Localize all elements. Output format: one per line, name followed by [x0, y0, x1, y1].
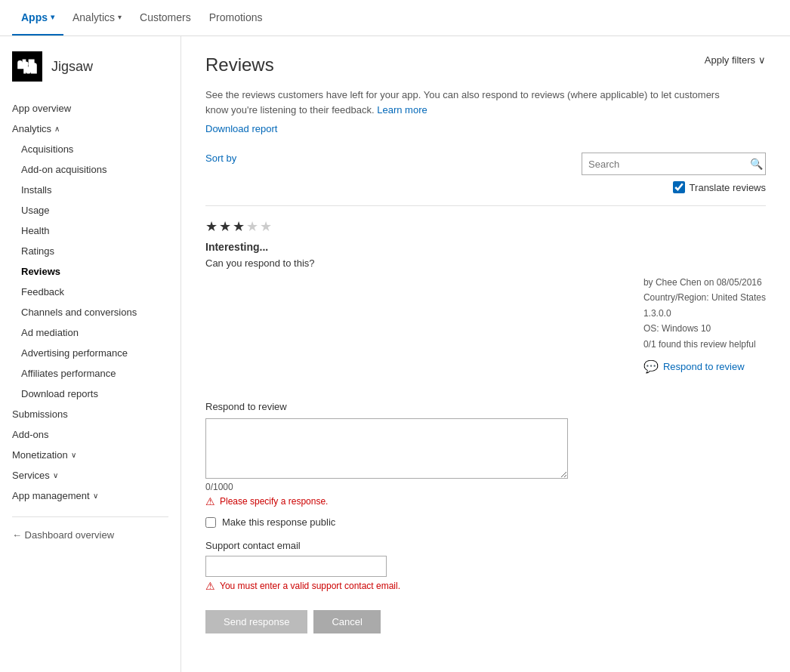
star-1: ★: [205, 218, 218, 235]
sidebar: Jigsaw App overview Analytics ∧ Acquisit…: [0, 36, 181, 672]
respond-to-review-link[interactable]: 💬 Respond to review: [643, 356, 766, 377]
public-checkbox[interactable]: [205, 517, 216, 528]
char-count: 0/1000: [205, 482, 766, 492]
review-body: Can you respond to this?: [205, 257, 766, 269]
star-5: ★: [260, 218, 272, 235]
sidebar-item-services[interactable]: Services ∨: [0, 465, 181, 486]
public-checkbox-row: Make this response public: [205, 516, 766, 528]
review-controls: Sort by 🔍 Translate reviews: [205, 153, 766, 193]
analytics-chevron: ∧: [54, 125, 60, 133]
page-header: Reviews Apply filters ∨: [205, 54, 766, 76]
nav-promotions[interactable]: Promotions: [200, 0, 272, 35]
support-email-section: Support contact email ⚠ You must enter a…: [205, 540, 766, 592]
email-error-text: You must enter a valid support contact e…: [220, 581, 400, 591]
sidebar-item-addons[interactable]: Add-ons: [0, 424, 181, 445]
apply-filters-chevron: ∨: [758, 54, 766, 66]
sidebar-item-feedback[interactable]: Feedback: [0, 282, 181, 302]
nav-analytics-chevron: ▾: [118, 13, 122, 21]
action-buttons: Send response Cancel: [205, 610, 766, 633]
description-text: See the reviews customers have left for …: [205, 88, 734, 117]
sidebar-section: App overview Analytics ∧ Acquisitions Ad…: [0, 94, 181, 510]
sidebar-item-addon-acquisitions[interactable]: Add-on acquisitions: [0, 159, 181, 180]
app-name: Jigsaw: [51, 59, 93, 75]
main-layout: Jigsaw App overview Analytics ∧ Acquisit…: [0, 36, 790, 672]
nav-analytics-label: Analytics: [73, 11, 115, 23]
support-email-input[interactable]: [205, 556, 387, 577]
nav-analytics[interactable]: Analytics ▾: [63, 0, 131, 35]
sidebar-divider: [12, 516, 168, 517]
sidebar-item-app-management[interactable]: App management ∨: [0, 486, 181, 506]
star-rating: ★ ★ ★ ★ ★: [205, 218, 766, 235]
sidebar-item-analytics-header[interactable]: Analytics ∧: [0, 119, 181, 139]
sidebar-item-advertising-performance[interactable]: Advertising performance: [0, 343, 181, 363]
star-2: ★: [219, 218, 231, 235]
response-textarea[interactable]: [205, 418, 568, 479]
review-card: ★ ★ ★ ★ ★ Interesting... Can you respond…: [205, 205, 766, 389]
cancel-button[interactable]: Cancel: [313, 610, 380, 633]
sidebar-item-health[interactable]: Health: [0, 220, 181, 241]
main-content: Reviews Apply filters ∨ See the reviews …: [181, 36, 790, 672]
review-title: Interesting...: [205, 241, 766, 253]
respond-section: Respond to review 0/1000 ⚠ Please specif…: [205, 401, 766, 633]
sidebar-item-usage[interactable]: Usage: [0, 200, 181, 220]
sidebar-item-reviews[interactable]: Reviews: [0, 261, 181, 282]
sidebar-item-submissions[interactable]: Submissions: [0, 404, 181, 424]
app-icon: [12, 51, 42, 82]
star-4: ★: [246, 218, 258, 235]
top-navigation: Apps ▾ Analytics ▾ Customers Promotions: [0, 0, 790, 36]
send-response-button[interactable]: Send response: [205, 610, 307, 633]
download-report-link[interactable]: Download report: [205, 123, 277, 134]
review-meta: by Chee Chen on 08/05/2016 Country/Regio…: [643, 275, 766, 377]
response-error-text: Please specify a response.: [220, 496, 328, 507]
nav-apps-label: Apps: [21, 11, 48, 23]
monetization-chevron: ∨: [71, 451, 76, 459]
nav-customers[interactable]: Customers: [131, 0, 200, 35]
sidebar-item-monetization[interactable]: Monetization ∨: [0, 445, 181, 465]
translate-checkbox[interactable]: [673, 181, 685, 193]
translate-row: Translate reviews: [673, 181, 766, 193]
search-icon-button[interactable]: 🔍: [750, 158, 763, 170]
sidebar-item-channels[interactable]: Channels and conversions: [0, 302, 181, 322]
sidebar-item-ratings[interactable]: Ratings: [0, 241, 181, 261]
review-meta-area: by Chee Chen on 08/05/2016 Country/Regio…: [205, 275, 766, 377]
search-box-wrapper: 🔍: [582, 153, 766, 175]
translate-label: Translate reviews: [690, 182, 766, 193]
nav-customers-label: Customers: [140, 11, 191, 23]
nav-promotions-label: Promotions: [209, 11, 263, 23]
sidebar-item-installs[interactable]: Installs: [0, 180, 181, 200]
page-title: Reviews: [205, 54, 274, 76]
email-error-icon: ⚠: [205, 580, 215, 592]
services-chevron: ∨: [53, 471, 58, 479]
nav-apps[interactable]: Apps ▾: [12, 0, 63, 35]
star-3: ★: [233, 218, 245, 235]
sort-by-link[interactable]: Sort by: [205, 153, 236, 164]
search-input[interactable]: [582, 153, 766, 175]
support-email-label: Support contact email: [205, 540, 766, 551]
response-error-icon: ⚠: [205, 495, 215, 507]
respond-section-title: Respond to review: [205, 401, 766, 412]
apply-filters-button[interactable]: Apply filters ∨: [705, 54, 766, 66]
app-management-chevron: ∨: [93, 492, 98, 500]
sidebar-item-acquisitions[interactable]: Acquisitions: [0, 139, 181, 159]
comment-icon: 💬: [643, 356, 659, 377]
public-label: Make this response public: [222, 516, 335, 528]
sidebar-item-download-reports[interactable]: Download reports: [0, 384, 181, 404]
response-error-row: ⚠ Please specify a response.: [205, 495, 766, 507]
search-translate-area: 🔍 Translate reviews: [582, 153, 766, 193]
learn-more-link[interactable]: Learn more: [377, 104, 427, 116]
sidebar-item-app-overview[interactable]: App overview: [0, 98, 181, 119]
sidebar-back[interactable]: ← Dashboard overview: [0, 523, 181, 547]
email-error-row: ⚠ You must enter a valid support contact…: [205, 580, 766, 592]
sidebar-item-ad-mediation[interactable]: Ad mediation: [0, 322, 181, 343]
nav-apps-chevron: ▾: [51, 13, 54, 21]
app-header: Jigsaw: [0, 45, 181, 94]
sidebar-item-affiliates-performance[interactable]: Affiliates performance: [0, 363, 181, 384]
